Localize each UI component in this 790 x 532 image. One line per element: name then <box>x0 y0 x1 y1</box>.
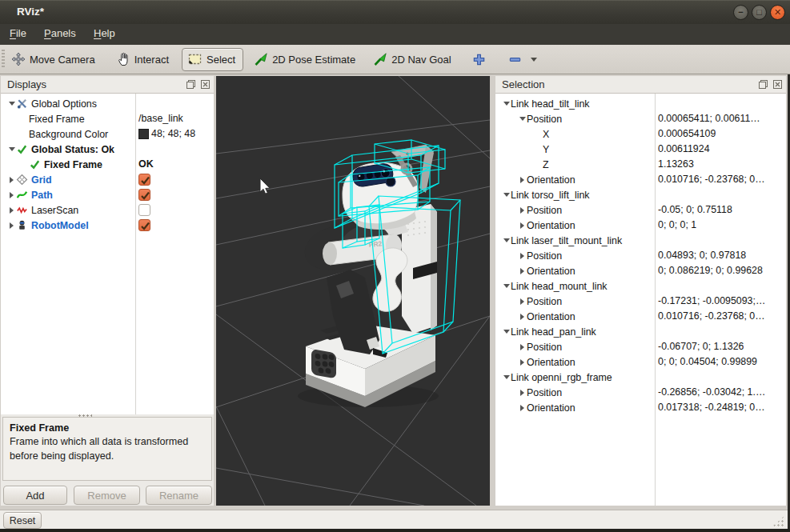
expander-icon[interactable] <box>7 207 16 214</box>
expander-icon[interactable] <box>7 192 16 198</box>
selection-row[interactable]: Position-0.26856; -0.03042; 1.… <box>495 385 786 400</box>
selection-row[interactable]: Orientation0; 0; 0.04504; 0.99899 <box>495 354 786 370</box>
tool-2d-nav-goal[interactable]: 2D Nav Goal <box>373 52 451 66</box>
expander-icon[interactable] <box>518 117 527 121</box>
display-row[interactable]: Fixed FrameOK <box>1 157 214 172</box>
selection-row[interactable]: Orientation0.010716; -0.23768; 0… <box>495 172 786 187</box>
expander-icon[interactable] <box>518 207 527 214</box>
selection-row[interactable]: Position-0.17231; -0.0095093;… <box>495 294 786 309</box>
expander-icon[interactable] <box>518 314 527 320</box>
selection-row[interactable]: Link openni_rgb_frame <box>495 370 786 385</box>
expander-icon[interactable] <box>502 102 511 106</box>
selection-row[interactable]: Orientation0.010716; -0.23768; 0… <box>495 309 786 324</box>
displays-panel-header[interactable]: Displays <box>1 76 214 94</box>
close-panel-icon[interactable] <box>200 79 211 90</box>
tool-interact[interactable]: Interact <box>117 52 169 66</box>
property-label: Background Color <box>29 129 108 140</box>
enabled-checkbox[interactable] <box>138 172 150 187</box>
enabled-checkbox[interactable] <box>138 202 150 218</box>
property-help-box: Fixed Frame Frame into which all data is… <box>2 417 212 481</box>
expander-icon[interactable] <box>7 177 16 183</box>
selection-panel-header[interactable]: Selection <box>495 76 786 94</box>
color-swatch[interactable] <box>138 129 149 139</box>
float-panel-icon[interactable] <box>758 79 768 90</box>
panel-title: Displays <box>7 78 46 90</box>
selection-row[interactable]: Link head_mount_link <box>495 278 786 294</box>
checkbox-checked[interactable] <box>138 174 150 186</box>
selection-row[interactable]: Orientation0.017318; -0.24819; 0… <box>495 400 786 415</box>
3d-viewport[interactable]: PR2 <box>216 76 490 506</box>
selection-row[interactable]: Link head_tilt_link <box>495 96 786 111</box>
selection-row[interactable]: Position0.04893; 0; 0.97818 <box>495 248 786 263</box>
selection-row[interactable]: Y0.00611924 <box>495 142 786 157</box>
expander-icon[interactable] <box>518 405 527 411</box>
minimize-button[interactable]: − <box>733 5 748 20</box>
selection-row[interactable]: Z1.13263 <box>495 157 786 172</box>
expander-icon[interactable] <box>518 268 527 274</box>
property-value[interactable]: /base_link <box>138 111 183 126</box>
selection-row[interactable]: Position-0.05; 0; 0.75118 <box>495 202 786 218</box>
expander-icon[interactable] <box>502 193 511 197</box>
selection-tree[interactable]: Link head_tilt_linkPosition0.00065411; 0… <box>495 94 786 506</box>
selection-row[interactable]: Link head_pan_link <box>495 324 786 339</box>
expander-icon[interactable] <box>518 344 527 350</box>
title-bar[interactable]: RViz* − □ ✕ <box>0 0 790 24</box>
expander-icon[interactable] <box>518 253 527 259</box>
menu-panels[interactable]: Panels <box>44 27 76 39</box>
expander-icon[interactable] <box>502 375 511 379</box>
expander-icon[interactable] <box>518 359 527 366</box>
expander-icon[interactable] <box>518 298 527 305</box>
property-value[interactable]: OK <box>138 157 154 172</box>
checkbox-checked[interactable] <box>138 219 150 231</box>
expander-icon[interactable] <box>518 390 527 396</box>
rename-button[interactable]: Rename <box>146 486 212 505</box>
display-row[interactable]: Background Color48; 48; 48 <box>1 126 214 142</box>
selection-row[interactable]: Link laser_tilt_mount_link <box>495 233 786 248</box>
status-bar: Reset <box>0 510 790 529</box>
expander-icon[interactable] <box>7 147 16 151</box>
resize-grip[interactable] <box>772 515 785 526</box>
expander-icon[interactable] <box>7 222 16 229</box>
tool-2d-pose-estimate[interactable]: 2D Pose Estimate <box>254 52 355 66</box>
checkbox-checked[interactable] <box>138 189 150 201</box>
display-row[interactable]: LaserScan <box>1 202 214 218</box>
expander-icon[interactable] <box>502 238 511 242</box>
add-button[interactable]: Add <box>3 486 67 505</box>
display-row[interactable]: Path <box>1 187 214 202</box>
selection-row[interactable]: Position0.00065411; 0.00611… <box>495 111 786 126</box>
close-button[interactable]: ✕ <box>770 5 785 20</box>
close-panel-icon[interactable] <box>772 79 783 90</box>
chevron-down-icon[interactable] <box>531 58 537 62</box>
expander-icon[interactable] <box>502 284 511 288</box>
display-row[interactable]: Global Options <box>1 96 214 111</box>
maximize-button[interactable]: □ <box>752 5 767 20</box>
display-row[interactable]: RobotModel <box>1 218 214 233</box>
add-tool-button[interactable] <box>472 53 486 66</box>
expander-icon[interactable] <box>502 330 511 334</box>
display-row[interactable]: Fixed Frame/base_link <box>1 111 214 126</box>
float-panel-icon[interactable] <box>186 79 196 90</box>
expander-icon[interactable] <box>518 177 527 183</box>
toolbar-drag-handle[interactable] <box>2 50 5 69</box>
menu-file[interactable]: File <box>10 27 26 39</box>
selection-row[interactable]: Position-0.06707; 0; 1.1326 <box>495 339 786 354</box>
tool-select[interactable]: Select <box>182 48 243 71</box>
enabled-checkbox[interactable] <box>138 218 150 233</box>
checkbox-unchecked[interactable] <box>138 204 150 216</box>
enabled-checkbox[interactable] <box>138 187 150 202</box>
displays-tree[interactable]: Global OptionsFixed Frame/base_linkBackg… <box>1 94 214 414</box>
reset-button[interactable]: Reset <box>3 512 42 529</box>
menu-help[interactable]: Help <box>94 27 115 39</box>
remove-tool-button[interactable] <box>508 53 537 66</box>
display-row[interactable]: Global Status: Ok <box>1 142 214 157</box>
selection-row[interactable]: Link torso_lift_link <box>495 187 786 202</box>
expander-icon[interactable] <box>518 222 527 229</box>
selection-row[interactable]: Orientation0; 0; 0; 1 <box>495 218 786 233</box>
expander-icon[interactable] <box>7 102 16 106</box>
tool-move-camera[interactable]: Move Camera <box>11 52 95 66</box>
display-row[interactable]: Grid <box>1 172 214 187</box>
property-value[interactable]: 48; 48; 48 <box>138 126 195 142</box>
selection-row[interactable]: X0.000654109 <box>495 126 786 142</box>
remove-button[interactable]: Remove <box>74 486 140 505</box>
selection-row[interactable]: Orientation0; 0.086219; 0; 0.99628 <box>495 263 786 278</box>
